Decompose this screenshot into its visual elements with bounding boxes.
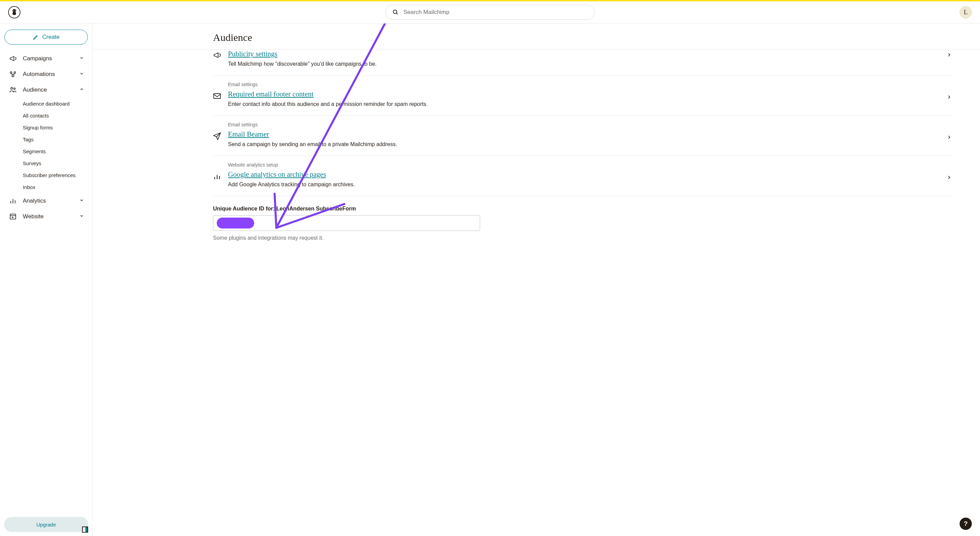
setting-link-footer[interactable]: Required email footer content [228, 90, 313, 99]
sidebar-toggle-icon[interactable] [82, 526, 88, 533]
help-button[interactable]: ? [959, 518, 972, 530]
sidebar-item-campaigns[interactable]: Campaigns [0, 51, 92, 66]
svg-point-2 [15, 11, 16, 11]
megaphone-icon [213, 51, 221, 59]
chevron-down-icon [79, 198, 84, 204]
setting-link-publicity[interactable]: Publicity settings [228, 50, 277, 58]
chevron-right-icon[interactable] [947, 95, 951, 101]
setting-category: Email settings [228, 82, 951, 87]
chevron-up-icon [79, 86, 84, 93]
subnav-all-contacts[interactable]: All contacts [23, 110, 92, 121]
setting-link-analytics[interactable]: Google analytics on archive pages [228, 170, 326, 179]
bar-chart-icon [9, 197, 17, 205]
chevron-right-icon[interactable] [947, 175, 951, 181]
pencil-icon [33, 34, 39, 40]
sidebar-item-label: Automations [23, 71, 55, 78]
svg-line-4 [396, 13, 398, 14]
create-button[interactable]: Create [5, 30, 88, 45]
search-box[interactable] [385, 5, 595, 20]
setting-desc: Add Google Analytics tracking to campaig… [228, 182, 951, 188]
subnav-segments[interactable]: Segments [23, 145, 92, 157]
svg-point-5 [10, 72, 12, 73]
setting-category: Email settings [228, 122, 951, 128]
svg-point-6 [14, 72, 16, 73]
subnav-tags[interactable]: Tags [23, 134, 92, 145]
search-icon [393, 9, 399, 15]
setting-desc: Send a campaign by sending an email to a… [228, 141, 951, 147]
chevron-down-icon [79, 55, 84, 62]
svg-rect-15 [214, 94, 221, 99]
redacted-value [217, 218, 254, 228]
sidebar-bottom: Upgrade [0, 513, 92, 536]
bar-chart-icon [213, 172, 221, 180]
setting-category: Website analytics setup [228, 162, 951, 168]
setting-desc: Enter contact info about this audience a… [228, 101, 951, 107]
svg-point-9 [14, 88, 15, 89]
unique-id-label: Unique Audience ID for: LeonAndersen Sub… [213, 206, 951, 212]
sidebar-item-website[interactable]: Website [0, 209, 92, 224]
subnav-subscriber-preferences[interactable]: Subscriber preferences [23, 169, 92, 181]
subnav-audience-dashboard[interactable]: Audience dashboard [23, 98, 92, 110]
sidebar: Create Campaigns Automations Audience Au… [0, 24, 92, 536]
setting-row-publicity: Publicity settings Tell Mailchimp how "d… [213, 50, 951, 76]
search-container [385, 5, 595, 20]
setting-link-beamer[interactable]: Email Beamer [228, 130, 269, 139]
subnav-inbox[interactable]: Inbox [23, 181, 92, 193]
chevron-down-icon [79, 213, 84, 220]
flow-icon [9, 70, 17, 78]
people-icon [9, 86, 17, 94]
svg-point-3 [393, 10, 397, 14]
envelope-icon [213, 92, 221, 100]
setting-desc: Tell Mailchimp how "discoverable" you'd … [228, 61, 951, 67]
header: L [0, 2, 980, 24]
sidebar-item-automations[interactable]: Automations [0, 66, 92, 82]
megaphone-icon [9, 55, 17, 62]
browser-icon [9, 213, 17, 220]
unique-id-input[interactable] [213, 215, 480, 231]
subnav-signup-forms[interactable]: Signup forms [23, 121, 92, 134]
setting-row-beamer: Email settings Email Beamer Send a campa… [213, 116, 951, 156]
create-button-label: Create [42, 34, 60, 40]
svg-point-1 [13, 11, 14, 11]
sidebar-item-analytics[interactable]: Analytics [0, 193, 92, 209]
sidebar-item-label: Analytics [23, 198, 46, 204]
page-title: Audience [92, 24, 980, 49]
avatar[interactable]: L [959, 6, 972, 18]
subnav-surveys[interactable]: Surveys [23, 157, 92, 169]
chevron-right-icon[interactable] [947, 135, 951, 141]
main-content: Audience Publicity settings Tell Mailchi… [92, 24, 980, 536]
paper-plane-icon [213, 132, 221, 140]
unique-id-section: Unique Audience ID for: LeonAndersen Sub… [213, 206, 951, 241]
sidebar-item-audience[interactable]: Audience [0, 82, 92, 98]
audience-subnav: Audience dashboard All contacts Signup f… [0, 98, 92, 193]
svg-point-8 [11, 88, 13, 89]
upgrade-button[interactable]: Upgrade [4, 517, 88, 532]
sidebar-item-label: Campaigns [23, 55, 52, 62]
chevron-down-icon [79, 71, 84, 78]
svg-rect-7 [12, 75, 14, 77]
chevron-right-icon[interactable] [947, 53, 951, 59]
unique-id-help: Some plugins and integrations may reques… [213, 235, 951, 241]
svg-rect-13 [10, 214, 16, 219]
setting-row-analytics: Website analytics setup Google analytics… [213, 156, 951, 196]
sidebar-item-label: Website [23, 213, 43, 220]
mailchimp-logo[interactable] [8, 6, 21, 18]
sidebar-item-label: Audience [23, 86, 47, 93]
search-input[interactable] [404, 9, 588, 16]
setting-row-footer: Email settings Required email footer con… [213, 76, 951, 116]
